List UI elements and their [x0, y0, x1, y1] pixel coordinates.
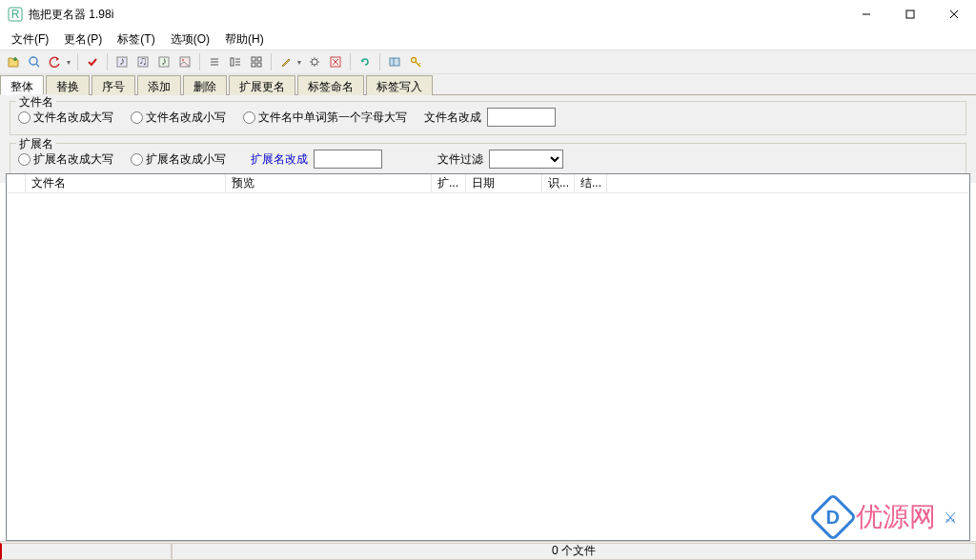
tab-ext-rename[interactable]: 扩展更名 — [229, 75, 295, 95]
app-icon: R — [8, 7, 23, 22]
tab-add[interactable]: 添加 — [137, 75, 181, 95]
radio-filename-upper[interactable]: 文件名改成大写 — [18, 110, 113, 126]
panel-toggle-icon[interactable] — [385, 52, 404, 71]
radio-ext-upper[interactable]: 扩展名改成大写 — [18, 151, 113, 168]
filename-set-label: 文件名改成 — [424, 110, 481, 126]
menu-tags[interactable]: 标签(T) — [110, 30, 162, 50]
file-filter-select[interactable] — [489, 150, 563, 169]
svg-point-6 — [30, 57, 37, 65]
close-button[interactable] — [932, 0, 976, 29]
ext-set-input[interactable] — [314, 150, 382, 169]
svg-point-33 — [412, 58, 417, 63]
col-date[interactable]: 日期 — [466, 174, 542, 192]
list-view-1-icon[interactable] — [205, 52, 224, 71]
svg-line-7 — [36, 64, 39, 67]
options-panel: 文件名 文件名改成大写 文件名改成小写 文件名中单词第一个字母大写 文件名改成 … — [0, 95, 976, 183]
tab-number[interactable]: 序号 — [92, 75, 135, 95]
tab-tag-write[interactable]: 标签写入 — [366, 75, 433, 95]
tab-delete[interactable]: 删除 — [183, 75, 227, 95]
list-view-2-icon[interactable] — [226, 52, 245, 71]
radio-filename-titlecase[interactable]: 文件名中单词第一个字母大写 — [243, 110, 407, 126]
extension-legend: 扩展名 — [16, 136, 56, 152]
svg-rect-24 — [257, 57, 261, 61]
svg-rect-31 — [390, 58, 399, 66]
watermark: D 优源网 ⚔ — [816, 499, 957, 535]
svg-line-34 — [416, 62, 420, 67]
col-ext[interactable]: 扩... — [432, 174, 466, 192]
search-icon[interactable] — [25, 52, 44, 71]
extension-fieldset: 扩展名 扩展名改成大写 扩展名改成小写 扩展名改成 文件过滤 — [10, 143, 966, 177]
filename-fieldset: 文件名 文件名改成大写 文件名改成小写 文件名中单词第一个字母大写 文件名改成 — [10, 101, 966, 135]
menu-file[interactable]: 文件(F) — [4, 30, 56, 50]
gear-icon[interactable] — [305, 52, 324, 71]
key-icon[interactable] — [406, 52, 425, 71]
svg-rect-3 — [906, 10, 914, 18]
add-files-icon[interactable] — [4, 52, 23, 71]
window-title: 拖把更名器 1.98i — [29, 7, 844, 23]
ext-set-label: 扩展名改成 — [251, 151, 308, 168]
file-list[interactable]: 文件名 预览 扩... 日期 识... 结... — [6, 173, 970, 541]
svg-line-35 — [418, 63, 420, 65]
svg-point-15 — [182, 59, 184, 61]
svg-rect-26 — [257, 63, 261, 67]
menu-help[interactable]: 帮助(H) — [217, 30, 272, 50]
refresh-icon[interactable] — [356, 52, 375, 71]
status-left — [0, 543, 172, 560]
svg-rect-23 — [252, 57, 255, 61]
undo-button[interactable]: ▾ — [46, 52, 72, 71]
dropdown-arrow-icon[interactable]: ▾ — [65, 58, 72, 67]
radio-ext-lower[interactable]: 扩展名改成小写 — [131, 151, 226, 168]
dropdown-arrow-icon[interactable]: ▾ — [295, 58, 303, 67]
watermark-text: 优源网 — [856, 499, 936, 535]
image-tag-icon[interactable] — [175, 52, 194, 71]
col-filename[interactable]: 文件名 — [26, 174, 226, 192]
grid-view-icon[interactable] — [247, 52, 266, 71]
music-tag-3-icon[interactable]: ♪ — [154, 52, 173, 71]
col-preview[interactable]: 预览 — [226, 174, 432, 192]
filename-set-input[interactable] — [487, 108, 556, 127]
status-center: 0 个文件 — [172, 543, 976, 560]
music-tag-1-icon[interactable]: ♪ — [112, 52, 132, 71]
music-tag-2-icon[interactable]: ♫ — [133, 52, 152, 71]
tab-overall[interactable]: 整体 — [0, 75, 44, 95]
maximize-button[interactable] — [888, 0, 932, 29]
col-result[interactable]: 结... — [575, 174, 607, 192]
tab-replace[interactable]: 替换 — [46, 75, 90, 95]
watermark-logo-icon: D — [809, 493, 858, 542]
toolbar: ▾ ♪ ♫ ♪ ▾ — [0, 50, 976, 74]
svg-text:R: R — [11, 8, 20, 21]
brush-button[interactable]: ▾ — [276, 52, 303, 71]
svg-rect-19 — [231, 58, 234, 66]
radio-filename-lower[interactable]: 文件名改成小写 — [131, 110, 226, 126]
svg-text:♪: ♪ — [161, 55, 167, 68]
status-bar: 0 个文件 — [0, 541, 976, 560]
col-index[interactable] — [7, 174, 26, 192]
title-bar: R 拖把更名器 1.98i — [0, 0, 976, 29]
column-headers: 文件名 预览 扩... 日期 识... 结... — [7, 174, 969, 193]
menu-bar: 文件(F) 更名(P) 标签(T) 选项(O) 帮助(H) — [0, 29, 976, 50]
menu-rename[interactable]: 更名(P) — [56, 30, 110, 50]
minimize-button[interactable] — [844, 0, 888, 29]
tab-strip: 整体 替换 序号 添加 删除 扩展更名 标签命名 标签写入 — [0, 74, 976, 95]
menu-options[interactable]: 选项(O) — [163, 30, 217, 50]
col-id[interactable]: 识... — [542, 174, 575, 192]
svg-text:♫: ♫ — [139, 55, 148, 68]
file-filter-label: 文件过滤 — [437, 151, 483, 168]
svg-text:♪: ♪ — [119, 55, 125, 68]
cancel-icon[interactable] — [326, 52, 345, 71]
tab-tag-naming[interactable]: 标签命名 — [297, 75, 364, 95]
watermark-suffix: ⚔ — [944, 509, 957, 527]
filename-legend: 文件名 — [16, 94, 56, 110]
check-icon[interactable] — [83, 52, 102, 71]
svg-rect-25 — [252, 63, 255, 67]
